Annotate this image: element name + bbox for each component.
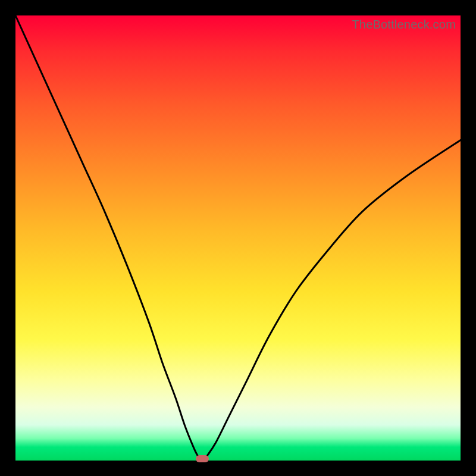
optimal-marker bbox=[196, 455, 209, 462]
curve-svg bbox=[15, 15, 461, 461]
bottleneck-curve bbox=[15, 15, 461, 461]
chart-frame: TheBottleneck.com bbox=[0, 0, 476, 476]
plot-area: TheBottleneck.com bbox=[15, 15, 461, 461]
